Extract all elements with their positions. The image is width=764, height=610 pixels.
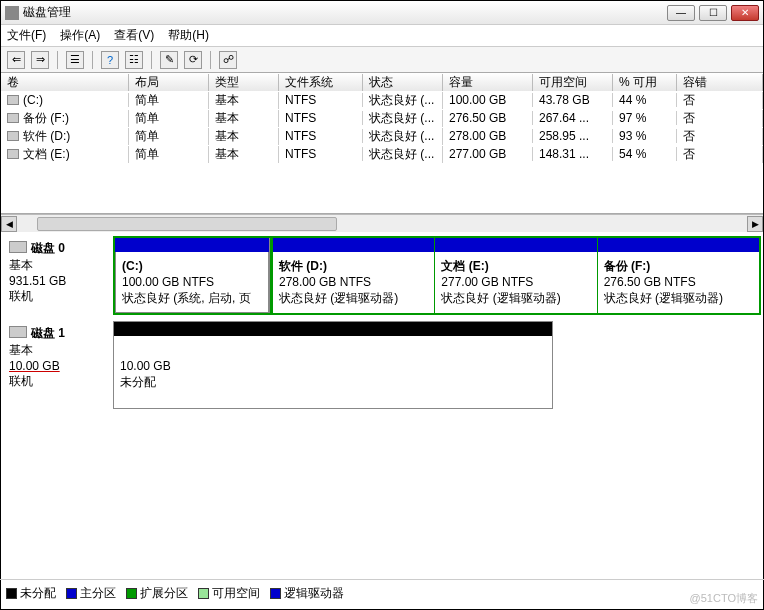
table-row[interactable]: 软件 (D:)简单基本NTFS状态良好 (...278.00 GB258.95 … xyxy=(1,127,763,145)
horizontal-scrollbar[interactable]: ◀ ▶ xyxy=(1,214,763,232)
partition-state: 状态良好 (系统, 启动, 页 xyxy=(122,291,251,305)
disk-1-name: 磁盘 1 xyxy=(31,326,65,340)
disk-0-status: 联机 xyxy=(9,289,33,303)
legend-label: 未分配 xyxy=(20,585,56,602)
col-status[interactable]: 状态 xyxy=(363,74,443,91)
col-capacity[interactable]: 容量 xyxy=(443,74,533,91)
menu-view[interactable]: 查看(V) xyxy=(114,27,154,44)
partition-header xyxy=(435,238,596,252)
legend: 未分配 主分区 扩展分区 可用空间 逻辑驱动器 xyxy=(6,585,344,602)
volume-icon xyxy=(7,95,19,105)
disk-1-size: 10.00 GB xyxy=(9,359,60,373)
disk-icon xyxy=(9,241,27,253)
disk-0-map: (C:) 100.00 GB NTFS 状态良好 (系统, 启动, 页 软件 (… xyxy=(113,236,761,315)
scroll-left-icon[interactable]: ◀ xyxy=(1,216,17,232)
maximize-button[interactable]: ☐ xyxy=(699,5,727,21)
partition-state: 状态良好 (逻辑驱动器) xyxy=(279,291,398,305)
window-controls: — ☐ ✕ xyxy=(667,5,759,21)
partition-name: 备份 (F:) xyxy=(604,259,651,273)
legend-swatch-primary xyxy=(66,588,77,599)
scroll-right-icon[interactable]: ▶ xyxy=(747,216,763,232)
volume-icon xyxy=(7,149,19,159)
col-ft[interactable]: 容错 xyxy=(677,74,763,91)
legend-swatch-extended xyxy=(126,588,137,599)
partition-state: 状态良好 (逻辑驱动器) xyxy=(604,291,723,305)
partition-unallocated[interactable]: 10.00 GB 未分配 xyxy=(114,322,552,408)
disk-1-status: 联机 xyxy=(9,374,33,388)
disk-1-map: 10.00 GB 未分配 xyxy=(113,321,553,409)
col-fs[interactable]: 文件系统 xyxy=(279,74,363,91)
partition-name: 文档 (E:) xyxy=(441,259,488,273)
partition-state: 状态良好 (逻辑驱动器) xyxy=(441,291,560,305)
legend-swatch-free xyxy=(198,588,209,599)
partition-size: 278.00 GB NTFS xyxy=(279,275,371,289)
table-header: 卷 布局 类型 文件系统 状态 容量 可用空间 % 可用 容错 xyxy=(1,73,763,91)
partition-e[interactable]: 文档 (E:) 277.00 GB NTFS 状态良好 (逻辑驱动器) xyxy=(434,238,596,313)
toolbar-icon-4[interactable]: ☍ xyxy=(219,51,237,69)
partition-size: 277.00 GB NTFS xyxy=(441,275,533,289)
menu-file[interactable]: 文件(F) xyxy=(7,27,46,44)
watermark: @51CTO博客 xyxy=(690,591,758,606)
forward-button[interactable]: ⇒ xyxy=(31,51,49,69)
col-volume[interactable]: 卷 xyxy=(1,74,129,91)
volume-icon xyxy=(7,131,19,141)
toolbar: ⇐ ⇒ ☰ ? ☷ ✎ ⟳ ☍ xyxy=(1,47,763,73)
col-type[interactable]: 类型 xyxy=(209,74,279,91)
disk-1-row: 磁盘 1 基本 10.00 GB 联机 10.00 GB 未分配 xyxy=(3,321,761,409)
legend-swatch-logical xyxy=(270,588,281,599)
table-row[interactable]: 文档 (E:)简单基本NTFS状态良好 (...277.00 GB148.31 … xyxy=(1,145,763,163)
table-row[interactable]: (C:)简单基本NTFS状态良好 (...100.00 GB43.78 GB44… xyxy=(1,91,763,109)
partition-size: 100.00 GB NTFS xyxy=(122,275,214,289)
partition-size: 10.00 GB xyxy=(120,359,171,373)
menu-bar: 文件(F) 操作(A) 查看(V) 帮助(H) xyxy=(1,25,763,47)
partition-header xyxy=(598,238,759,252)
partition-header xyxy=(115,238,269,252)
disk-0-type: 基本 xyxy=(9,258,33,272)
menu-help[interactable]: 帮助(H) xyxy=(168,27,209,44)
partition-d[interactable]: 软件 (D:) 278.00 GB NTFS 状态良好 (逻辑驱动器) xyxy=(272,238,434,313)
partition-state: 未分配 xyxy=(120,375,156,389)
back-button[interactable]: ⇐ xyxy=(7,51,25,69)
partition-c[interactable]: (C:) 100.00 GB NTFS 状态良好 (系统, 启动, 页 xyxy=(115,238,270,313)
scroll-thumb[interactable] xyxy=(37,217,337,231)
toolbar-icon-2[interactable]: ☷ xyxy=(125,51,143,69)
legend-label: 扩展分区 xyxy=(140,585,188,602)
disk-1-label[interactable]: 磁盘 1 基本 10.00 GB 联机 xyxy=(3,321,113,409)
toolbar-icon-1[interactable]: ☰ xyxy=(66,51,84,69)
app-icon xyxy=(5,6,19,20)
disk-0-name: 磁盘 0 xyxy=(31,241,65,255)
close-button[interactable]: ✕ xyxy=(731,5,759,21)
title-bar: 磁盘管理 — ☐ ✕ xyxy=(1,1,763,25)
toolbar-icon-3[interactable]: ✎ xyxy=(160,51,178,69)
disk-icon xyxy=(9,326,27,338)
disk-0-label[interactable]: 磁盘 0 基本 931.51 GB 联机 xyxy=(3,236,113,315)
col-free[interactable]: 可用空间 xyxy=(533,74,613,91)
minimize-button[interactable]: — xyxy=(667,5,695,21)
partition-f[interactable]: 备份 (F:) 276.50 GB NTFS 状态良好 (逻辑驱动器) xyxy=(597,238,759,313)
disk-1-type: 基本 xyxy=(9,343,33,357)
partition-size: 276.50 GB NTFS xyxy=(604,275,696,289)
volume-icon xyxy=(7,113,19,123)
help-icon[interactable]: ? xyxy=(101,51,119,69)
volume-table: 卷 布局 类型 文件系统 状态 容量 可用空间 % 可用 容错 (C:)简单基本… xyxy=(1,73,763,214)
disk-0-size: 931.51 GB xyxy=(9,274,66,288)
disk-graphical-view: 磁盘 0 基本 931.51 GB 联机 (C:) 100.00 GB NTFS… xyxy=(1,232,763,419)
legend-label: 主分区 xyxy=(80,585,116,602)
partition-header xyxy=(273,238,434,252)
window-title: 磁盘管理 xyxy=(23,4,667,21)
col-layout[interactable]: 布局 xyxy=(129,74,209,91)
partition-name: (C:) xyxy=(122,259,143,273)
refresh-icon[interactable]: ⟳ xyxy=(184,51,202,69)
table-row[interactable]: 备份 (F:)简单基本NTFS状态良好 (...276.50 GB267.64 … xyxy=(1,109,763,127)
col-pct[interactable]: % 可用 xyxy=(613,74,677,91)
legend-swatch-unallocated xyxy=(6,588,17,599)
menu-action[interactable]: 操作(A) xyxy=(60,27,100,44)
partition-header xyxy=(114,322,552,336)
legend-label: 逻辑驱动器 xyxy=(284,585,344,602)
legend-label: 可用空间 xyxy=(212,585,260,602)
partition-name: 软件 (D:) xyxy=(279,259,327,273)
disk-0-row: 磁盘 0 基本 931.51 GB 联机 (C:) 100.00 GB NTFS… xyxy=(3,236,761,315)
